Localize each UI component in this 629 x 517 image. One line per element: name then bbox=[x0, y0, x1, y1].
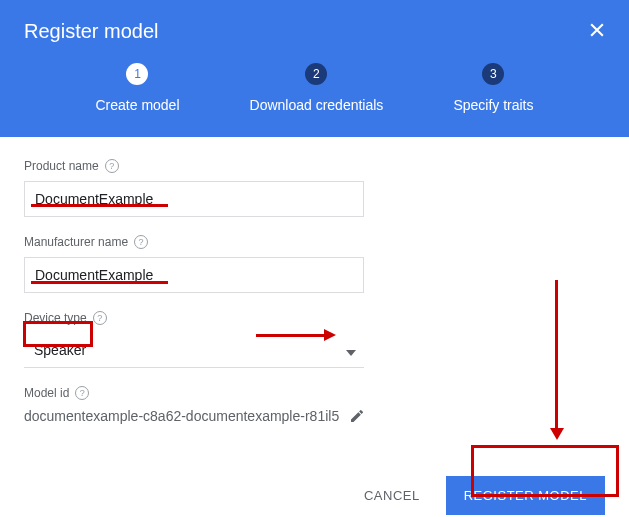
dialog-title: Register model bbox=[24, 20, 605, 43]
help-icon[interactable]: ? bbox=[93, 311, 107, 325]
edit-icon[interactable] bbox=[349, 408, 365, 424]
field-model-id: Model id ? documentexample-c8a62-documen… bbox=[24, 386, 605, 424]
device-type-label: Device type ? bbox=[24, 311, 605, 325]
field-manufacturer-name: Manufacturer name ? bbox=[24, 235, 605, 293]
annotation-underline bbox=[31, 281, 168, 284]
step-download-credentials[interactable]: 2 Download credentials bbox=[250, 63, 384, 113]
annotation-underline bbox=[31, 204, 168, 207]
help-icon[interactable]: ? bbox=[105, 159, 119, 173]
cancel-button[interactable]: CANCEL bbox=[356, 478, 428, 513]
field-product-name: Product name ? bbox=[24, 159, 605, 217]
annotation-arrow bbox=[550, 280, 564, 440]
step-number: 3 bbox=[482, 63, 504, 85]
step-label: Specify traits bbox=[453, 97, 533, 113]
close-button[interactable] bbox=[583, 18, 611, 46]
help-icon[interactable]: ? bbox=[134, 235, 148, 249]
step-label: Create model bbox=[95, 97, 179, 113]
dialog-header: Register model 1 Create model 2 Download… bbox=[0, 0, 629, 137]
manufacturer-name-input[interactable] bbox=[24, 257, 364, 293]
annotation-arrow bbox=[256, 329, 336, 341]
step-number: 1 bbox=[126, 63, 148, 85]
stepper: 1 Create model 2 Download credentials 3 … bbox=[24, 63, 605, 113]
model-id-label: Model id ? bbox=[24, 386, 605, 400]
step-specify-traits[interactable]: 3 Specify traits bbox=[453, 63, 533, 113]
manufacturer-name-label: Manufacturer name ? bbox=[24, 235, 605, 249]
form-body: Product name ? Manufacturer name ? Devic… bbox=[0, 137, 629, 464]
step-number: 2 bbox=[305, 63, 327, 85]
product-name-input[interactable] bbox=[24, 181, 364, 217]
help-icon[interactable]: ? bbox=[75, 386, 89, 400]
step-create-model[interactable]: 1 Create model bbox=[95, 63, 179, 113]
product-name-label: Product name ? bbox=[24, 159, 605, 173]
annotation-box bbox=[471, 445, 619, 497]
model-id-value: documentexample-c8a62-documentexample-r8… bbox=[24, 408, 339, 424]
annotation-box bbox=[23, 321, 93, 347]
step-label: Download credentials bbox=[250, 97, 384, 113]
close-icon bbox=[587, 20, 607, 44]
